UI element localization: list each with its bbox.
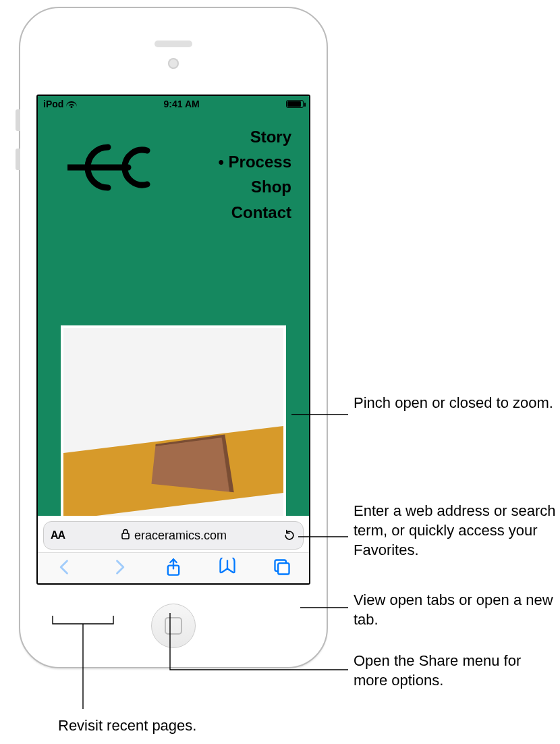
svg-rect-5 [278, 563, 289, 574]
callout-share: Open the Share menu for more options. [354, 651, 556, 690]
speaker-grille [155, 41, 192, 47]
volume-up-button[interactable] [16, 109, 20, 131]
carrier-label: iPod [43, 99, 63, 109]
ipod-device-frame: iPod 9:41 AM Story Proc [19, 7, 328, 668]
url-label: eraceramics.com [134, 529, 227, 543]
nav-story[interactable]: Story [219, 124, 291, 149]
site-logo-icon[interactable] [67, 140, 155, 197]
nav-shop[interactable]: Shop [219, 174, 291, 199]
nav-contact[interactable]: Contact [219, 200, 291, 225]
reload-button[interactable] [283, 529, 296, 542]
clock-label: 9:41 AM [164, 99, 200, 109]
site-nav: Story Process Shop Contact [219, 124, 291, 225]
status-bar: iPod 9:41 AM [38, 96, 309, 112]
callout-tabs: View open tabs or open a new tab. [354, 590, 556, 629]
callout-zoom: Pinch open or closed to zoom. [354, 393, 553, 413]
volume-down-button[interactable] [16, 149, 20, 170]
reader-text-size-button[interactable]: AA [51, 529, 65, 541]
webpage-content[interactable]: Story Process Shop Contact [38, 112, 309, 516]
callout-history: Revisit recent pages. [58, 716, 196, 735]
hero-image [61, 325, 286, 516]
nav-process[interactable]: Process [219, 149, 291, 174]
front-camera [168, 58, 179, 69]
lock-icon [121, 529, 130, 543]
callout-search: Enter a web address or search term, or q… [354, 501, 556, 560]
forward-button[interactable] [110, 558, 129, 579]
screen: iPod 9:41 AM Story Proc [36, 95, 310, 585]
address-bar[interactable]: AA eraceramics.com [43, 521, 304, 550]
share-button[interactable] [164, 558, 183, 579]
back-button[interactable] [55, 558, 74, 579]
bookmarks-button[interactable] [218, 558, 237, 579]
home-button[interactable] [151, 604, 196, 648]
battery-icon [286, 100, 304, 108]
svg-rect-1 [122, 533, 129, 539]
safari-toolbar [38, 552, 309, 583]
wifi-icon [66, 100, 77, 108]
tabs-button[interactable] [273, 558, 291, 579]
